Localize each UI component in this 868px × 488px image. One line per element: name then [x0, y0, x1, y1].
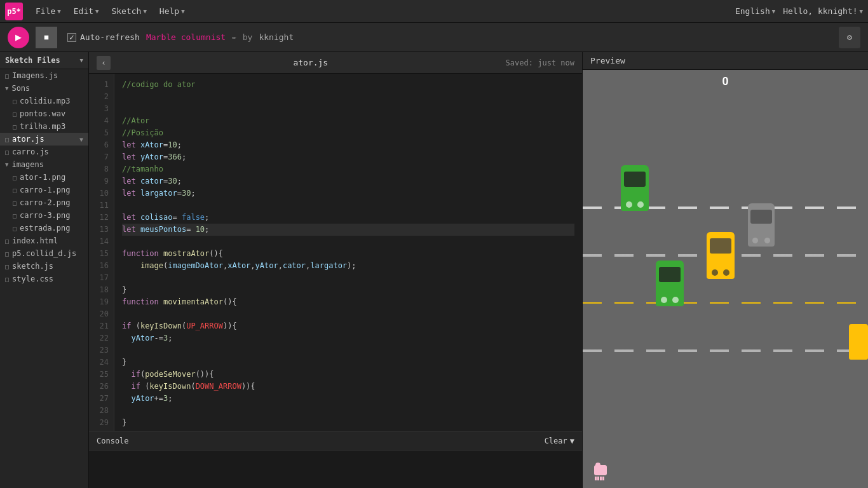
author-name[interactable]: kknight [259, 32, 294, 42]
sidebar-item[interactable]: □carro-2.png [0, 196, 88, 209]
code-line: //Ator [122, 115, 574, 127]
auto-refresh-checkbox[interactable]: ✓ [67, 33, 76, 42]
file-icon: □ [13, 123, 17, 130]
sidebar-item[interactable]: □Imagens.js [0, 69, 88, 82]
sidebar-item[interactable]: □ator-1.png [0, 171, 88, 184]
code-area[interactable]: 1234567891011121314151617181920212223242… [89, 74, 582, 431]
line-number: 9 [89, 175, 114, 187]
menu-bar: p5* File ▼ Edit ▼ Sketch ▼ Help ▼ Englis… [0, 0, 868, 23]
file-icon: □ [13, 225, 17, 232]
sidebar-item[interactable]: □sketch.js [0, 260, 88, 273]
file-label: estrada.png [20, 224, 70, 233]
menu-help[interactable]: Help ▼ [154, 4, 190, 18]
help-arrow-icon: ▼ [181, 8, 184, 15]
clear-button[interactable]: Clear ▼ [545, 437, 574, 445]
line-number: 27 [89, 393, 114, 405]
code-line [122, 272, 574, 284]
file-icon: □ [5, 263, 9, 270]
active-file-tab[interactable]: ator.js [293, 58, 328, 67]
folder-label: Sons [11, 84, 30, 93]
sidebar-item[interactable]: □index.html [0, 234, 88, 247]
sidebar-item[interactable]: □p5.collid_d.js [0, 247, 88, 260]
code-line: //codigo do ator [122, 79, 574, 91]
code-line: image(imagemDoAtor,xAtor,yAtor,cator,lar… [122, 260, 574, 272]
file-label: style.css [12, 274, 53, 283]
code-content[interactable]: //codigo do ator //Ator//Posiçãolet xAto… [114, 74, 582, 431]
car-window-3 [710, 238, 731, 254]
code-line: } [122, 417, 574, 429]
line-number: 23 [89, 344, 114, 356]
preview-panel: Preview 0 [582, 52, 868, 488]
gear-icon: ⚙ [847, 32, 852, 42]
menu-edit[interactable]: Edit ▼ [69, 4, 104, 18]
sidebar-item[interactable]: □carro-1.png [0, 184, 88, 196]
preview-canvas: 0 [583, 70, 868, 488]
file-label: colidiu.mp3 [20, 97, 70, 105]
line-numbers: 1234567891011121314151617181920212223242… [89, 74, 114, 431]
car-wheel-4 [764, 238, 770, 243]
sketch-name[interactable]: Marble columnist [146, 32, 226, 42]
sidebar-arrow-icon: ▼ [80, 57, 83, 64]
sidebar-item[interactable]: □estrada.png [0, 222, 88, 234]
lane-line-3 [583, 302, 868, 304]
code-line: if (keyIsDown(UP_ARROW)){ [122, 320, 574, 332]
line-number: 11 [89, 200, 114, 212]
code-line [122, 308, 574, 320]
sidebar-item[interactable]: □ator.js▼ [0, 133, 88, 146]
sidebar-item[interactable]: □style.css [0, 273, 88, 285]
car-wheel-2 [637, 201, 644, 208]
sidebar-item[interactable]: ▼Sons [0, 82, 88, 95]
line-number: 19 [89, 296, 114, 308]
code-line [122, 344, 574, 356]
stop-button[interactable]: ■ [36, 27, 57, 48]
line-number: 8 [89, 163, 114, 175]
console-panel: Console Clear ▼ [89, 431, 582, 488]
file-icon: □ [13, 98, 17, 105]
line-number: 10 [89, 187, 114, 200]
console-content [89, 451, 582, 488]
code-line: if(podeSeMover()){ [122, 369, 574, 381]
code-line [122, 405, 574, 417]
file-label: carro-1.png [20, 186, 70, 194]
file-icon: □ [13, 187, 17, 194]
menu-sketch[interactable]: Sketch ▼ [106, 4, 151, 18]
code-line: let cator=30; [122, 175, 574, 187]
code-line: //tamanho [122, 163, 574, 175]
sidebar-item[interactable]: □pontos.wav [0, 107, 88, 120]
lang-arrow-icon: ▼ [772, 8, 775, 15]
settings-button[interactable]: ⚙ [839, 27, 860, 48]
play-button[interactable]: ▶ [8, 27, 29, 48]
file-label: carro-2.png [20, 198, 70, 207]
sidebar-item[interactable]: □trilha.mp3 [0, 120, 88, 133]
code-line: function movimentaAtor(){ [122, 296, 574, 308]
car-wheel-6 [723, 269, 729, 276]
line-number: 14 [89, 236, 114, 248]
sidebar-files: □Imagens.js▼Sons□colidiu.mp3□pontos.wav□… [0, 69, 88, 285]
file-label: pontos.wav [20, 109, 65, 118]
edit-sketch-icon[interactable]: ✏ [232, 33, 236, 41]
user-menu[interactable]: Hello, kknight! ▼ [783, 6, 863, 16]
active-file-dropdown-icon[interactable]: ▼ [79, 136, 83, 143]
collapse-button[interactable]: ‹ [97, 56, 111, 70]
code-line: function mostraAtor(){ [122, 248, 574, 260]
line-number: 22 [89, 332, 114, 344]
line-number: 3 [89, 103, 114, 115]
language-selector[interactable]: English ▼ [735, 6, 775, 16]
sidebar-item[interactable]: □carro-3.png [0, 209, 88, 222]
game-score: 0 [722, 75, 728, 88]
sketch-files-header[interactable]: Sketch Files ▼ [0, 52, 88, 69]
sidebar-item[interactable]: □carro.js [0, 146, 88, 158]
car-window-1 [624, 172, 646, 187]
menu-file[interactable]: File ▼ [31, 4, 66, 18]
file-label: carro-3.png [20, 211, 70, 220]
sidebar-item[interactable]: ▼imagens [0, 158, 88, 171]
file-icon: □ [13, 111, 17, 118]
sidebar-item[interactable]: □colidiu.mp3 [0, 95, 88, 107]
file-icon: □ [5, 136, 9, 143]
line-number: 1 [89, 79, 114, 91]
car-green-1 [621, 165, 649, 211]
file-icon: □ [5, 250, 9, 257]
car-wheel-1 [626, 201, 632, 208]
code-line: let yAtor=366; [122, 151, 574, 163]
folder-arrow-icon: ▼ [5, 85, 8, 92]
